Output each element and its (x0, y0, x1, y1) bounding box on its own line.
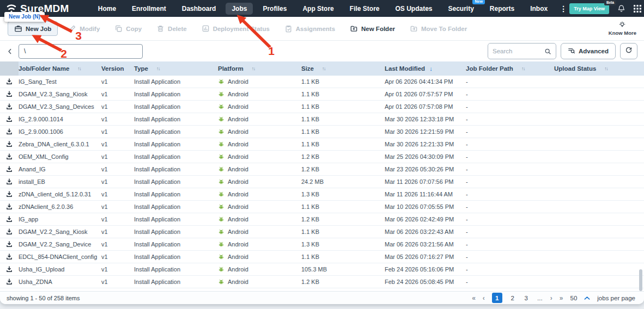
table-row[interactable]: DGAM_V2.2_Sang_Kioskv1Install Applicatio… (0, 226, 644, 238)
download-icon[interactable] (0, 203, 19, 211)
next-page-button[interactable]: › (550, 294, 552, 302)
download-icon[interactable] (0, 165, 19, 173)
download-icon[interactable] (0, 178, 19, 186)
page-button-2[interactable]: 2 (509, 295, 516, 301)
job-folder-path-cell: - (466, 279, 554, 285)
folder-path-input[interactable] (19, 44, 143, 59)
table-row[interactable]: Usha_ZDNAv1Install ApplicationAndroid1.2… (0, 276, 644, 288)
nav-item-enrollment[interactable]: Enrollment (126, 3, 172, 15)
platform-label: Android (228, 166, 248, 172)
table-row[interactable]: Anand_IGv1Install ApplicationAndroid1.2 … (0, 163, 644, 176)
nav-item-os-updates[interactable]: OS Updates (389, 3, 438, 15)
sort-icon[interactable]: ↑↓ (521, 66, 525, 71)
table-row[interactable]: OEM_XML_Configv1Install ApplicationAndro… (0, 151, 644, 163)
table-row[interactable]: IG_2.9.000.1006v1Install ApplicationAndr… (0, 126, 644, 138)
first-page-button[interactable]: « (472, 294, 476, 302)
table-row[interactable]: zDNAclient_6.2.0.36v1Install Application… (0, 201, 644, 213)
column-header-size[interactable]: Size↑↓ (301, 61, 385, 76)
nav-item-dashboard[interactable]: Dashboard (176, 3, 222, 15)
nav-item-app-store[interactable]: App Store (296, 3, 339, 15)
refresh-button[interactable] (620, 43, 637, 59)
download-icon[interactable] (0, 240, 19, 248)
android-icon (218, 166, 224, 172)
nav-item-file-store[interactable]: File Store (344, 3, 386, 15)
chevron-up-icon[interactable] (584, 296, 590, 300)
platform-cell: Android (218, 228, 301, 235)
download-icon[interactable] (0, 228, 19, 236)
table-row[interactable]: DGAM_V2.2_Sang_Devicev1Install Applicati… (0, 238, 644, 251)
column-header-upload-status[interactable]: Upload Status↑↓ (554, 61, 644, 76)
sort-icon[interactable]: ↑↓ (322, 66, 325, 71)
download-icon[interactable] (0, 253, 19, 261)
jobs-toolbar: New JobModifyCopyDeleteDeployment Status… (0, 17, 644, 41)
back-chevron-icon[interactable] (7, 47, 14, 55)
new-folder-button[interactable]: New Folder (350, 24, 395, 33)
table-row[interactable]: IG_2.9.000.1014v1Install ApplicationAndr… (0, 113, 644, 126)
search-input[interactable] (493, 48, 544, 54)
sort-icon[interactable]: ↑↓ (252, 66, 255, 71)
nav-item-reports[interactable]: Reports (484, 3, 520, 15)
table-row[interactable]: EDCL_854-DNAClient_configv1Install Appli… (0, 251, 644, 263)
job-name-cell: install_EB (19, 178, 101, 185)
sort-icon[interactable]: ↑↓ (156, 66, 160, 71)
platform-label: Android (228, 128, 248, 135)
bell-icon[interactable] (617, 4, 625, 13)
download-icon[interactable] (0, 291, 19, 291)
download-icon[interactable] (0, 190, 19, 198)
table-row[interactable]: Usha_IG_Uploadv1Install ApplicationAndro… (0, 263, 644, 276)
nav-item-jobs[interactable]: Jobs (226, 3, 253, 15)
nav-item-security[interactable]: SecurityNew (442, 3, 480, 15)
platform-cell: Android (218, 91, 301, 97)
table-row[interactable]: DGAM_V2.3_Sang_Kioskv1Install Applicatio… (0, 88, 644, 101)
search-icon[interactable] (544, 48, 551, 55)
nav-item-inbox[interactable]: Inbox (524, 3, 554, 15)
column-header-job-folder-name[interactable]: Job/Folder Name↑↓ (19, 61, 101, 76)
page-size-value[interactable]: 50 (570, 295, 578, 301)
previous-page-button[interactable]: ‹ (483, 294, 485, 302)
top-navbar: SureMDM HomeEnrollmentDashboardJobsProfi… (0, 0, 644, 17)
table-row[interactable]: DGAM_V2.3_Sang_Devicesv1Install Applicat… (0, 101, 644, 113)
nav-item-home[interactable]: Home (92, 3, 122, 15)
toolbar-button-label: Deployment Status (213, 26, 270, 32)
sort-icon[interactable]: ↑↓ (604, 66, 607, 71)
apps-grid-icon[interactable] (634, 5, 641, 13)
table-row[interactable]: IG_Sang_Testv1Install ApplicationAndroid… (0, 76, 644, 88)
know-more-button[interactable]: Know More (609, 21, 636, 36)
download-icon[interactable] (0, 78, 19, 85)
job-folder-path-cell: - (466, 178, 554, 185)
kebab-menu-icon[interactable]: ⋮ (557, 4, 569, 13)
download-icon[interactable] (0, 153, 19, 160)
page-button-1[interactable]: 1 (492, 293, 502, 303)
advanced-search-button[interactable]: Advanced (561, 43, 616, 59)
download-icon[interactable] (0, 215, 19, 223)
download-icon[interactable] (0, 90, 19, 98)
table-row[interactable]: Install_DNA_Clientv1Install ApplicationA… (0, 288, 644, 291)
column-header-last-modified[interactable]: Last Modified↓ (385, 61, 466, 76)
sort-desc-icon[interactable]: ↓ (429, 65, 433, 72)
table-row[interactable]: zDNA_client_old_5.12.0.31v1Install Appli… (0, 188, 644, 201)
version-cell: v1 (101, 103, 134, 110)
version-cell: v1 (101, 78, 134, 85)
column-header-version[interactable]: Version (101, 61, 134, 76)
nav-item-profiles[interactable]: Profiles (257, 3, 293, 15)
sort-icon[interactable]: ↑↓ (77, 66, 81, 71)
last-page-button[interactable]: » (560, 294, 563, 302)
page-button-3[interactable]: 3 (523, 295, 530, 301)
table-row[interactable]: IG_appv1Install ApplicationAndroid1.2 KB… (0, 213, 644, 226)
download-icon[interactable] (0, 115, 19, 123)
table-row[interactable]: install_EBv1Install ApplicationAndroid24… (0, 176, 644, 188)
download-icon[interactable] (0, 140, 19, 148)
table-row[interactable]: Zebra_DNA_client_6.3.0.1v1Install Applic… (0, 138, 644, 151)
download-icon[interactable] (0, 278, 19, 286)
download-icon[interactable] (0, 103, 19, 110)
column-header-type[interactable]: Type↑↓ (134, 61, 218, 76)
version-cell: v1 (101, 166, 134, 172)
new-job-button[interactable]: New Job (8, 21, 58, 36)
column-header-platform[interactable]: Platform↑↓ (218, 61, 301, 76)
vertical-scrollbar[interactable] (639, 269, 642, 291)
download-icon[interactable] (0, 128, 19, 135)
download-icon[interactable] (0, 265, 19, 273)
try-map-view-button[interactable]: Try Map View Beta (569, 3, 609, 14)
toolbar-button-label: Copy (126, 26, 142, 32)
column-header-job-folder-path[interactable]: Job Folder Path↑↓ (466, 61, 554, 76)
